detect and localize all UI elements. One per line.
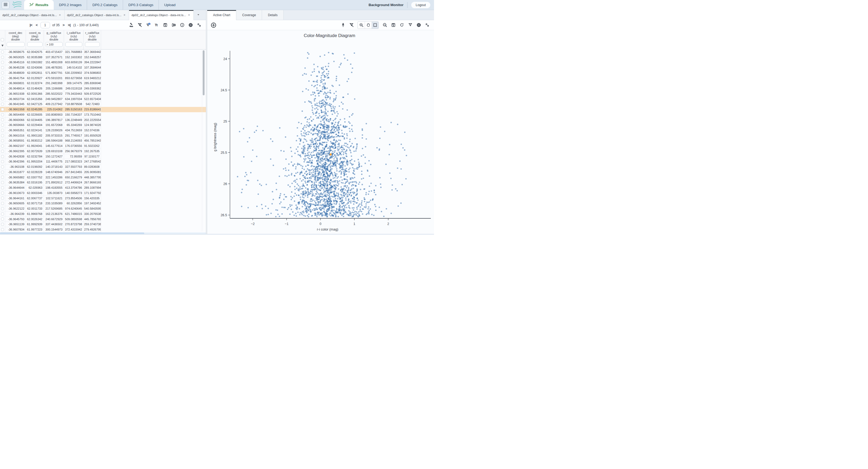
horizontal-scrollbar[interactable] [0,232,206,234]
table-row[interactable]: -36.965867562.0042675403.4715437321.7668… [0,50,206,55]
table-row[interactable]: -36.963187762.0228228148.6740946267.8413… [0,170,206,175]
tab-dp0-2-catalogs[interactable]: DP0.2 Catalogs [87,0,123,10]
table-row[interactable]: -36.965302562.0035388107.3527571152.1603… [0,55,206,60]
table-row[interactable]: -36.964579362.0026342240.6672929509.0893… [0,217,206,222]
scatter-chart[interactable]: Color-Magnitude Diagram−2−10122424.52525… [207,30,434,234]
row-checkbox[interactable] [1,155,4,158]
row-checkbox[interactable] [1,213,4,215]
table-row[interactable]: -36.966155862.0245285225.014362285.51501… [0,107,206,112]
row-checkbox[interactable] [1,134,4,137]
row-checkbox[interactable] [1,56,4,59]
table-row[interactable]: -36.965060562.0071718233.103508960.32628… [0,201,206,206]
tab-overflow-button[interactable] [194,10,203,20]
chart-filter-button[interactable] [407,22,413,28]
row-checkbox[interactable] [1,197,4,199]
table-row[interactable]: -36.964239661.9953204111.4406775217.0802… [0,159,206,164]
save-table-button[interactable] [162,22,168,28]
table-row[interactable]: -36.962212262.0011733217.5269685974.6240… [0,206,206,212]
column-header-i_calibFlux[interactable]: i_calibFlux(nJy)double [64,30,84,49]
row-checkbox[interactable] [1,139,4,142]
tab-upload[interactable]: Upload [158,0,181,10]
row-checkbox[interactable] [1,218,4,220]
column-filter-input[interactable] [65,42,82,47]
page-number-input[interactable] [40,22,50,28]
table-row[interactable]: -36.966983162.0132374291.2481998309.1474… [0,81,206,86]
table-row[interactable]: -36.964416162.0067737102.5711621273.8554… [0,196,206,201]
column-filter-input[interactable] [45,42,63,47]
row-checkbox[interactable] [1,61,4,64]
table-row[interactable]: -36.966101661.9901182205.9733315291.7745… [0,133,206,138]
table-row[interactable]: -36.965859161.9930212186.5964188968.2134… [0,138,206,144]
column-header-g_calibFlux[interactable]: g_calibFlux(nJy)double [44,30,64,49]
pan-mode-button[interactable] [365,22,372,29]
prev-page-button[interactable]: < [35,23,38,28]
table-row[interactable]: -36.964194562.0427125409.2127942718.8879… [0,102,206,107]
row-checkbox[interactable] [1,186,4,189]
logout-button[interactable]: Logout [411,2,430,8]
column-filter-input[interactable] [7,42,25,47]
table-row[interactable]: -36.964511662.0363382151.4891008603.6059… [0,60,206,65]
table-row[interactable]: -36.966239562.0072639128.6910108256.9679… [0,149,206,154]
row-checkbox[interactable] [1,118,4,121]
close-tab-icon[interactable]: × [124,13,125,17]
column-filter-input[interactable] [27,42,42,47]
tab-results[interactable]: Results [24,0,54,10]
row-checkbox[interactable] [1,160,4,163]
row-checkbox[interactable] [1,66,4,69]
table-row[interactable]: -36.961067362.0003346135.003873140.59582… [0,191,206,196]
table-row[interactable]: -36.966006662.0234405196.3897817136.2248… [0,118,206,123]
vertical-scrollbar[interactable] [202,50,205,231]
table-row[interactable]: -36.963538462.0316195271.8902612272.4406… [0,180,206,185]
row-checkbox[interactable] [1,223,4,226]
row-checkbox[interactable] [1,124,4,126]
clear-filters-button[interactable] [136,22,143,28]
add-chart-button[interactable] [210,22,217,29]
background-monitor-button[interactable]: Background Monitor [369,3,404,7]
result-tab[interactable]: Active Chart [207,10,236,20]
row-checkbox[interactable] [1,82,4,85]
row-checkbox[interactable] [1,150,4,153]
row-checkbox[interactable] [1,103,4,105]
table-row[interactable]: -36.964464462.026963198.4183555413.37047… [0,185,206,191]
table-options-button[interactable] [187,22,194,28]
row-checkbox[interactable] [1,181,4,184]
row-checkbox[interactable] [1,176,4,179]
close-tab-icon[interactable]: × [188,13,190,17]
row-checkbox[interactable] [1,171,4,174]
table-row[interactable]: -36.966535162.0224141128.2339026434.7513… [0,128,206,133]
row-checkbox[interactable] [1,87,4,90]
row-checkbox[interactable] [1,145,4,148]
menu-button[interactable] [2,1,9,9]
table-row[interactable]: -36.965966662.0229404191.657206865.33402… [0,123,206,128]
row-checkbox[interactable] [1,71,4,74]
row-checkbox[interactable] [1,228,4,231]
horizontal-scrollbar-thumb[interactable] [0,232,144,234]
column-filter-input[interactable] [85,42,100,47]
table-row[interactable]: -36.964283862.0232784150.127242772.95059… [0,154,206,159]
vertical-scrollbar-thumb[interactable] [203,50,205,95]
result-tab[interactable]: dp02_dc2_catalogs.Object - data-int.ls..… [129,10,194,20]
table-row[interactable]: -36.965373462.0415356249.9452807634.1997… [0,97,206,102]
select-mode-button[interactable] [372,22,378,29]
table-row[interactable]: -36.96423961.9969768162.2136376621.74860… [0,212,206,217]
row-checkbox[interactable] [1,113,4,116]
row-checkbox[interactable] [1,129,4,132]
expand-chart-button[interactable] [424,22,430,28]
clear-chart-filters-button[interactable] [348,22,354,28]
restore-chart-button[interactable] [399,22,405,28]
table-row[interactable]: -36.965449962.0226605193.8080903150.7194… [0,112,206,118]
column-header-coord_ra[interactable]: coord_ra(deg)double [26,30,44,49]
expand-table-button[interactable] [196,22,202,28]
table-row[interactable]: -36.964523862.0243696106.4878281149.5141… [0,65,206,70]
table-row[interactable]: -36.96310862.0196092140.3718143327.55077… [0,164,206,170]
row-checkbox[interactable] [1,108,4,111]
result-tab[interactable]: Details [262,10,284,20]
filters-button[interactable]: 1 [145,22,151,28]
result-tab[interactable]: Coverage [236,10,262,20]
save-chart-button[interactable] [390,22,396,28]
table-row[interactable]: -36.964861462.0148426205.1166686249.0119… [0,86,206,91]
table-row[interactable]: -36.966219761.9924041145.6177614176.0736… [0,144,206,149]
table-row[interactable]: -36.966588262.0307752322.1453286650.2166… [0,175,206,180]
close-tab-icon[interactable]: × [59,13,61,17]
row-checkbox[interactable] [1,202,4,205]
